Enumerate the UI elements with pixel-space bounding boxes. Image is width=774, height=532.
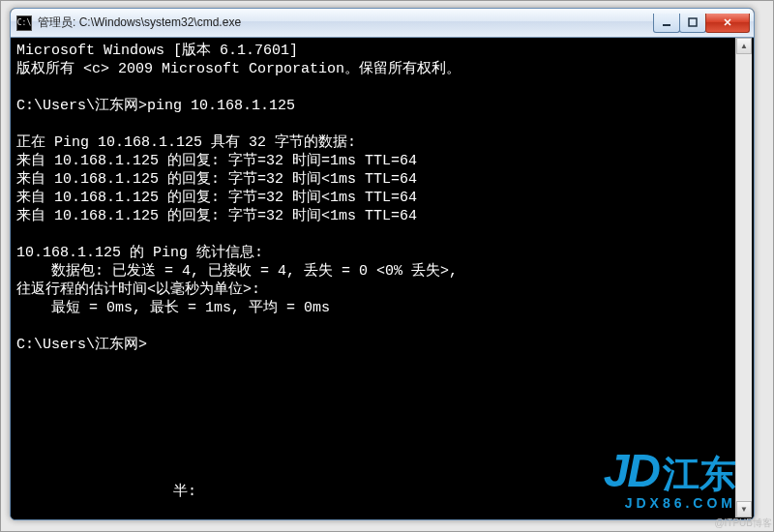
source-watermark: @ITPUB博客: [714, 517, 772, 530]
logo-sub: JDX86.COM: [604, 496, 736, 510]
logo-cn: 江东: [663, 454, 736, 494]
window-title: 管理员: C:\Windows\system32\cmd.exe: [38, 15, 654, 31]
scroll-up-arrow[interactable]: ▲: [736, 38, 752, 54]
scroll-track[interactable]: [736, 54, 752, 501]
titlebar[interactable]: C:\ 管理员: C:\Windows\system32\cmd.exe: [11, 9, 754, 38]
scroll-down-arrow[interactable]: ▼: [736, 501, 752, 517]
maximize-button[interactable]: [679, 14, 706, 33]
terminal-output: Microsoft Windows [版本 6.1.7601] 版权所有 <c>…: [16, 42, 754, 501]
close-button[interactable]: [705, 14, 750, 33]
svg-rect-1: [689, 18, 697, 26]
logo-jd: JD: [604, 445, 659, 496]
cmd-window: C:\ 管理员: C:\Windows\system32\cmd.exe Mic…: [10, 8, 755, 520]
app-icon: C:\: [16, 15, 32, 31]
svg-rect-0: [663, 24, 670, 26]
watermark-logo: JD江东 JDX86.COM: [604, 448, 736, 510]
minimize-button[interactable]: [653, 14, 680, 33]
window-buttons: [654, 14, 750, 33]
terminal-client-area[interactable]: Microsoft Windows [版本 6.1.7601] 版权所有 <c>…: [11, 38, 754, 519]
vertical-scrollbar[interactable]: ▲ ▼: [735, 38, 752, 517]
